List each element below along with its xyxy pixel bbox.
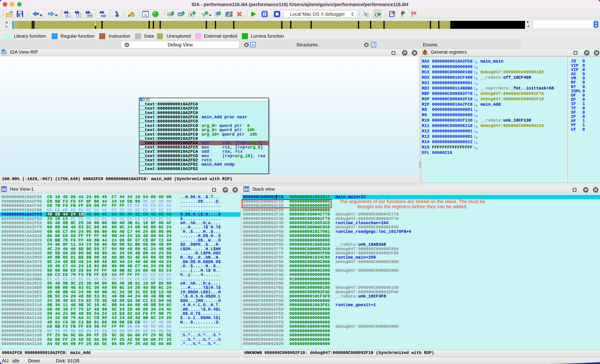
svg-text:A: A [144, 13, 147, 17]
svg-text:A: A [252, 43, 254, 47]
svg-text:C: C [366, 12, 369, 17]
svg-text:A: A [190, 13, 192, 16]
svg-text:#: # [66, 14, 68, 17]
svg-text:C: C [375, 12, 378, 17]
svg-text:101: 101 [88, 14, 92, 17]
svg-text:T: T [78, 14, 79, 17]
